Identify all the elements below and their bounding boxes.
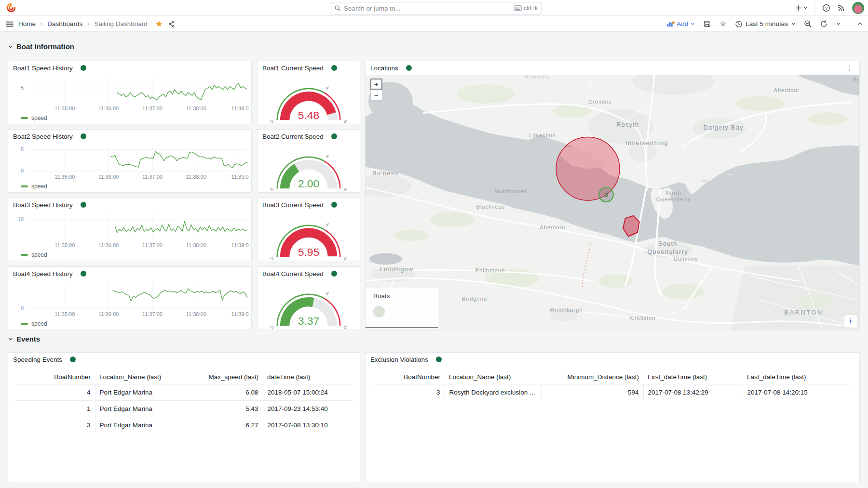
map-place-label: Dalmeny <box>674 256 698 262</box>
panel-title[interactable]: Boat4 Speed History <box>13 270 73 277</box>
map-zoom-out-button[interactable]: − <box>370 90 382 101</box>
breadcrumb-home[interactable]: Home <box>18 20 36 27</box>
panel-title[interactable]: Boat3 Speed History <box>13 201 73 209</box>
svg-text:?: ? <box>825 6 827 11</box>
mega-menu-button[interactable] <box>6 21 14 27</box>
column-header[interactable]: Minimum_Distance (last) <box>541 370 643 384</box>
dashboard-canvas: Boat Information Boat1 Speed History 5 1… <box>0 32 868 488</box>
x-tick-label: 11:37:00 <box>142 174 163 180</box>
map-canvas[interactable]: NewmillsBurAberdourCrombieRosythDalgety … <box>366 75 859 330</box>
map-place-label: Linlithgow <box>380 265 414 273</box>
map-image[interactable]: NewmillsBurAberdourCrombieRosythDalgety … <box>366 75 859 330</box>
new-button[interactable] <box>795 4 808 12</box>
refresh-button[interactable] <box>820 20 828 28</box>
grafana-logo[interactable] <box>6 2 16 13</box>
health-dot <box>436 356 442 362</box>
gauge-scale-label: 6 <box>343 255 349 261</box>
zoom-out-time-button[interactable] <box>804 20 812 28</box>
panel-title[interactable]: Exclusion Violations <box>370 356 428 363</box>
gauge-scale-label: 6 <box>343 187 349 192</box>
boat2-speed-chart <box>28 146 247 173</box>
x-tick-label: 11:35:00 <box>54 106 75 111</box>
section-boat-information[interactable]: Boat Information <box>8 42 74 51</box>
health-dot <box>331 271 337 277</box>
map-attribution-button[interactable]: i <box>844 315 857 328</box>
column-header[interactable]: Location_Name (last) <box>445 370 541 384</box>
column-header[interactable]: BoatNumber <box>15 370 95 384</box>
panel-title[interactable]: Locations <box>370 65 398 72</box>
gauge-value: 5.48 <box>298 109 320 121</box>
breadcrumb: Home › Dashboards › Sailing Dashboard <box>18 20 148 27</box>
map-scale-bar <box>366 327 438 328</box>
search-input[interactable] <box>344 5 511 12</box>
panel-title[interactable]: Boat2 Current Speed <box>262 133 324 140</box>
panel-title[interactable]: Boat1 Speed History <box>13 65 73 72</box>
boat3-speed-chart <box>28 214 247 241</box>
chevron-down-icon <box>803 5 808 11</box>
column-header[interactable]: Location_Name (last) <box>95 370 183 384</box>
user-avatar[interactable] <box>852 2 864 14</box>
panel-title[interactable]: Boat1 Current Speed <box>262 65 324 72</box>
map-place-label: Winchburgh <box>549 307 583 313</box>
collapse-toolbar-button[interactable] <box>857 21 863 27</box>
x-tick-label: 11:36:00 <box>98 106 119 111</box>
table-cell: Port Edgar Marina <box>95 417 183 434</box>
gauge-scale-label: 6 <box>343 324 349 330</box>
x-tick-label: 11:36:00 <box>98 242 119 248</box>
map-legend-title[interactable]: Boats <box>366 288 438 300</box>
panel-title[interactable]: Speeding Events <box>13 356 62 363</box>
health-dot <box>331 133 337 139</box>
legend-speed[interactable]: speed <box>21 251 47 258</box>
panel-menu-kebab-icon[interactable]: ⋮ <box>844 64 854 72</box>
health-dot <box>81 65 86 71</box>
x-tick-label: 11:38:00 <box>186 174 206 180</box>
news-rss-button[interactable] <box>837 4 845 12</box>
column-header[interactable]: First_dateTime (last) <box>643 370 743 384</box>
map-zoom-control: + − <box>370 79 382 101</box>
help-button[interactable]: ? <box>822 4 830 12</box>
panel-title[interactable]: Boat4 Current Speed <box>262 270 324 277</box>
panel-boat3-speed-history: Boat3 Speed History 10 11:35:0011:36:001… <box>8 198 252 261</box>
search-icon <box>334 5 341 12</box>
table-cell: 2017-07-08 13:42:29 <box>643 384 743 401</box>
legend-speed[interactable]: speed <box>21 183 47 190</box>
map-place-label: BARNTON <box>784 309 823 316</box>
table-cell: 5.43 <box>183 401 263 417</box>
panel-title[interactable]: Boat3 Current Speed <box>262 201 324 209</box>
x-tick-label: 11:38:00 <box>186 106 206 111</box>
gauge-scale-label: 0 <box>269 187 275 193</box>
map-zoom-in-button[interactable]: + <box>370 79 382 90</box>
column-header[interactable]: Last_dateTime (last) <box>743 370 853 384</box>
table-cell: 1 <box>15 401 95 417</box>
panel-title[interactable]: Boat2 Speed History <box>13 133 73 140</box>
x-tick-label: 11:38:00 <box>186 242 206 248</box>
y-tick-label: 10 <box>18 216 24 222</box>
column-header[interactable]: Max_speed (last) <box>183 370 263 384</box>
health-dot <box>406 65 412 71</box>
share-icon[interactable] <box>168 20 176 28</box>
y-axis: 0 <box>8 283 27 310</box>
breadcrumb-dashboards[interactable]: Dashboards <box>47 20 82 27</box>
save-dashboard-button[interactable] <box>703 20 711 28</box>
legend-swatch <box>21 185 28 187</box>
section-events[interactable]: Events <box>8 335 40 343</box>
gauge-scale-label: 6 <box>343 119 349 124</box>
panel-boat2-speed-history: Boat2 Speed History 50 11:35:0011:36:001… <box>8 129 252 193</box>
column-header[interactable]: BoatNumber <box>372 370 445 384</box>
search-bar[interactable]: ctrl+k <box>330 2 542 14</box>
boat1-speed-chart <box>28 78 247 105</box>
gauge-scale-label: 4 <box>325 153 330 159</box>
legend-speed[interactable]: speed <box>21 320 47 327</box>
map-place-label: Muirhouses <box>494 188 527 194</box>
refresh-interval-dropdown[interactable] <box>836 21 841 26</box>
column-header[interactable]: dateTime (last) <box>263 370 353 384</box>
legend-speed[interactable]: speed <box>21 115 47 121</box>
map-place-label: Abercorn <box>540 224 565 230</box>
dashboard-settings-button[interactable] <box>719 20 727 28</box>
map-place-label: Blackness <box>476 204 505 210</box>
panel-boat1-speed-history: Boat1 Speed History 5 11:35:0011:36:0011… <box>8 61 252 124</box>
map-legend: Boats <box>366 288 438 328</box>
time-range-picker[interactable]: Last 5 minutes <box>735 20 796 28</box>
add-panel-button[interactable]: Add <box>666 20 695 27</box>
favorite-star-icon[interactable] <box>155 20 163 28</box>
